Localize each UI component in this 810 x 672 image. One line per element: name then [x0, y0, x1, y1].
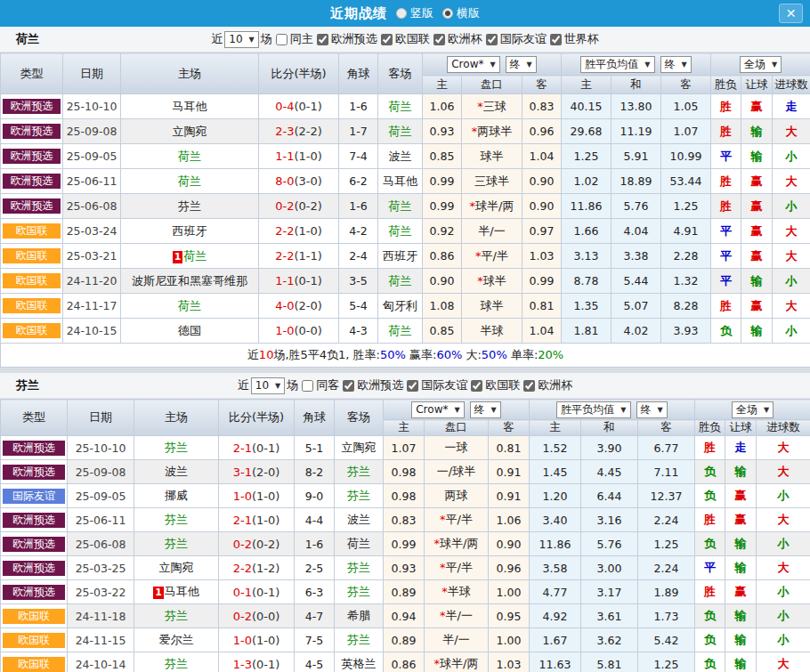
avg-stage-select[interactable]: 终▼ — [636, 401, 668, 418]
summary-part: 近 — [247, 348, 259, 361]
avg-draw-cell: 3.61 — [581, 604, 638, 628]
sub-header-cell: 胜负 — [695, 420, 725, 436]
league-filter-checkbox[interactable] — [407, 380, 418, 392]
team-section: 荷兰近10▼场同主欧洲预选欧国联欧洲杯国际友谊世界杯类型日期主场比分(半场)角球… — [0, 27, 810, 368]
radio-vertical-icon[interactable] — [396, 8, 407, 19]
scope-select[interactable]: 全场▼ — [740, 56, 782, 73]
odds-away-cell: 1.04 — [522, 319, 562, 344]
date-cell: 25-09-08 — [68, 460, 134, 484]
score-cell: 1-0(0-0) — [259, 319, 339, 344]
corners-cell: 4-7 — [295, 604, 335, 628]
summary-part: 20% — [538, 348, 563, 361]
odds-away-cell: 1.00 — [489, 628, 530, 652]
league-filter-checkbox[interactable] — [433, 34, 445, 45]
home-team-cell: 德国 — [121, 319, 259, 344]
home-team-name: 波斯尼亚和黑塞哥维那 — [132, 274, 247, 287]
odds-stage-select[interactable]: 终▼ — [470, 401, 501, 418]
avg-stage-select[interactable]: 终▼ — [660, 56, 692, 73]
score-cell: 0-2(0-2) — [219, 532, 295, 556]
corners-cell: 4-4 — [295, 508, 335, 532]
same-venue-checkbox[interactable] — [276, 34, 288, 45]
match-row: 欧洲预选25-06-11荷兰8-0(3-0)6-2马耳他0.99三球半0.901… — [1, 169, 810, 194]
league-badge: 欧国联 — [3, 657, 65, 672]
league-type-cell: 欧国联 — [1, 604, 68, 628]
league-filter-checkbox[interactable] — [343, 380, 354, 392]
league-filter-label: 欧洲杯 — [448, 31, 482, 47]
result-handicap-cell: 赢 — [741, 294, 773, 319]
odds-away-cell: 0.90 — [522, 169, 562, 194]
match-count-select[interactable]: 10▼ — [251, 377, 285, 394]
chevron-down-icon: ▼ — [275, 382, 280, 390]
handicap-cell: *三球 — [462, 94, 522, 119]
handicap-cell: *球半/两 — [462, 194, 522, 219]
home-team-name: 德国 — [178, 324, 201, 337]
odds-stage-select-value: 终 — [474, 402, 485, 417]
match-row: 欧洲预选25-03-221马耳他0-1(0-1)6-3芬兰0.89*半球1.00… — [1, 580, 810, 604]
summary-part: 单率: — [507, 348, 539, 361]
away-team-cell: 匈牙利 — [378, 294, 423, 319]
handicap-text: 两球 — [445, 489, 468, 502]
result-handicap-cell: 输 — [741, 144, 773, 169]
handicap-cell: *两球半 — [462, 119, 522, 144]
result-wdl-cell: 胜 — [695, 580, 725, 604]
corners-cell: 7-5 — [295, 628, 335, 652]
match-count-select-value: 10 — [229, 33, 242, 45]
league-filter-checkbox[interactable] — [550, 34, 562, 45]
radio-horizontal-icon[interactable] — [442, 8, 453, 19]
halftime-score: (1-0) — [252, 634, 279, 647]
avg-type-select[interactable]: 胜平负均值▼ — [580, 56, 654, 73]
chevron-down-icon: ▼ — [620, 406, 626, 414]
league-badge: 欧洲预选 — [3, 561, 65, 576]
result-handicap-cell: 赢 — [741, 169, 773, 194]
filter-controls: 近10▼场同主欧洲预选欧国联欧洲杯国际友谊世界杯 — [0, 31, 810, 48]
league-type-cell: 欧洲预选 — [1, 580, 68, 604]
radio-horizontal-label: 横版 — [457, 5, 480, 21]
away-team-cell: 芬兰 — [335, 484, 384, 508]
col-header-4: 角球 — [295, 400, 335, 436]
odds-group-header: Crow*▼终▼ — [384, 400, 530, 420]
league-type-cell: 欧国联 — [1, 269, 63, 294]
result-handicap-cell: 输 — [725, 532, 757, 556]
odds-company-select[interactable]: Crow*▼ — [447, 56, 499, 73]
result-handicap-cell: 输 — [725, 604, 757, 628]
col-header-1: 日期 — [63, 53, 121, 94]
scope-select[interactable]: 全场▼ — [732, 401, 774, 418]
league-filter-checkbox[interactable] — [523, 380, 535, 392]
halftime-score: (0-0) — [252, 610, 279, 623]
league-filter-checkbox[interactable] — [486, 34, 498, 45]
handicap-text: 球半/两 — [440, 657, 478, 670]
score-cell: 2-2(1-1) — [259, 244, 339, 269]
filter-row: 芬兰近10▼场同客欧洲预选国际友谊欧国联欧洲杯 — [0, 373, 810, 399]
avg-home-cell: 3.58 — [530, 556, 581, 580]
home-team-name: 荷兰 — [178, 299, 201, 312]
match-count-select[interactable]: 10▼ — [224, 31, 258, 48]
avg-type-select[interactable]: 胜平负均值▼ — [556, 401, 630, 418]
league-filter-checkbox[interactable] — [381, 34, 393, 45]
handicap-cell: *平/半 — [462, 244, 522, 269]
titlebar: 近期战绩 竖版 横版 ✕ — [0, 0, 810, 27]
corners-cell: 1-6 — [295, 532, 335, 556]
odds-away-cell: 0.83 — [522, 94, 562, 119]
avg-draw-cell: 5.76 — [581, 532, 638, 556]
avg-away-cell: 10.99 — [661, 144, 711, 169]
league-badge: 欧洲预选 — [3, 99, 61, 114]
league-filter-checkbox[interactable] — [471, 380, 482, 392]
date-cell: 25-06-08 — [63, 194, 121, 219]
close-button[interactable]: ✕ — [779, 4, 803, 23]
score-cell: 2-1(1-0) — [219, 508, 295, 532]
match-row: 欧洲预选25-06-11芬兰2-1(1-0)4-4波兰0.83*平/半1.063… — [1, 508, 810, 532]
result-handicap-cell: 赢 — [741, 194, 773, 219]
radio-vertical[interactable]: 竖版 — [396, 5, 433, 21]
same-venue-checkbox[interactable] — [302, 380, 313, 392]
away-team-name: 波兰 — [347, 513, 370, 526]
avg-home-cell: 1.81 — [562, 319, 612, 344]
odds-stage-select[interactable]: 终▼ — [506, 56, 537, 73]
home-team-name: 波兰 — [165, 465, 188, 478]
match-row: 欧洲预选25-06-08芬兰0-2(0-2)1-6荷兰0.99*球半/两0.90… — [1, 194, 810, 219]
league-filter-checkbox[interactable] — [317, 34, 328, 45]
handicap-cell: 一球 — [425, 436, 489, 460]
sub-header-cell: 主 — [384, 420, 425, 436]
odds-company-select[interactable]: Crow*▼ — [411, 401, 464, 418]
away-team-name: 芬兰 — [347, 561, 370, 574]
radio-horizontal[interactable]: 横版 — [442, 5, 480, 21]
